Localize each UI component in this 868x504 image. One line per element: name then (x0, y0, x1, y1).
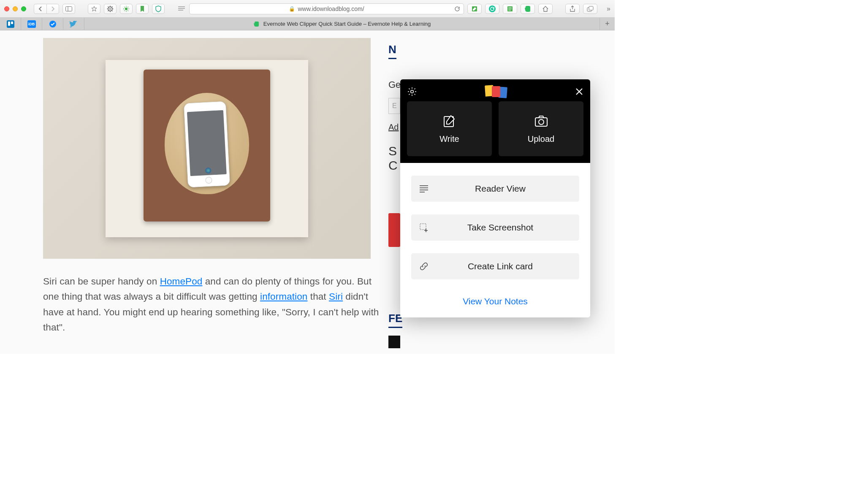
svg-line-20 (128, 7, 129, 8)
settings-gear-button[interactable] (104, 4, 117, 14)
brightness-icon[interactable] (120, 4, 133, 14)
clipper-popup: Write Upload Reader View Take Screenshot (400, 79, 590, 317)
page-content: Siri can be super handy on HomePod and c… (0, 30, 615, 354)
extension-notes-icon[interactable] (503, 4, 517, 14)
svg-point-12 (125, 7, 127, 10)
active-tab[interactable]: Evernote Web Clipper Quick Start Guide –… (84, 18, 599, 30)
reader-view-label: Reader View (446, 184, 572, 194)
featured-thumb[interactable] (388, 336, 400, 348)
clipper-header: Write Upload (400, 79, 590, 163)
reader-view-icon[interactable] (177, 4, 186, 14)
subscribe-button-partial[interactable] (388, 213, 400, 247)
clipper-close-button[interactable] (575, 87, 583, 96)
svg-line-9 (112, 10, 113, 11)
home-button[interactable] (538, 4, 553, 14)
newsletter-heading: N (388, 43, 396, 59)
address-bar[interactable]: 🔒 www.idownloadblog.com/ (189, 3, 464, 14)
article: Siri can be super handy on HomePod and c… (25, 30, 397, 354)
view-notes-link[interactable]: View Your Notes (411, 292, 579, 306)
url-text: www.idownloadblog.com/ (298, 5, 364, 12)
tab-title: Evernote Web Clipper Quick Start Guide –… (263, 21, 431, 27)
clipper-body: Reader View Take Screenshot Create Link … (400, 163, 590, 317)
clipper-screenshot-button[interactable]: Take Screenshot (411, 214, 579, 241)
upload-label: Upload (528, 134, 554, 144)
svg-rect-31 (589, 6, 593, 10)
close-window[interactable] (4, 6, 9, 11)
clipper-upload-button[interactable]: Upload (499, 101, 583, 156)
fav-idb-icon[interactable]: iDB (21, 18, 42, 30)
svg-rect-0 (66, 6, 72, 11)
svg-point-2 (108, 7, 112, 11)
show-tabs-button[interactable] (583, 4, 597, 14)
clipper-link-card-button[interactable]: Create Link card (411, 253, 579, 279)
svg-line-19 (124, 10, 125, 11)
fav-trello-icon[interactable] (0, 18, 21, 30)
new-tab-button[interactable]: + (599, 18, 615, 30)
window-controls (4, 6, 26, 11)
reader-lines-icon (419, 185, 429, 192)
favorites-strip: iDB (0, 18, 84, 30)
reload-button[interactable] (454, 6, 460, 12)
link-information[interactable]: information (260, 291, 307, 302)
screenshot-label: Take Screenshot (446, 222, 572, 233)
svg-point-3 (109, 8, 111, 10)
share-button[interactable] (565, 4, 580, 14)
bookmark-icon[interactable] (136, 4, 149, 14)
fav-check-icon[interactable] (42, 18, 63, 30)
fav-bird-icon[interactable] (63, 18, 84, 30)
extension-memo-icon[interactable] (467, 4, 482, 14)
link-card-label: Create Link card (446, 261, 572, 271)
top-sites-button[interactable] (88, 4, 100, 14)
zoom-window[interactable] (21, 6, 26, 11)
svg-point-25 (489, 5, 496, 12)
screenshot-icon (419, 223, 429, 232)
email-input[interactable]: E (388, 98, 400, 114)
extension-evernote-icon[interactable] (521, 4, 535, 14)
svg-rect-44 (420, 224, 426, 230)
svg-point-36 (411, 90, 414, 93)
overflow-button[interactable]: » (607, 5, 610, 13)
svg-line-10 (108, 10, 109, 11)
article-body: Siri can be super handy on HomePod and c… (43, 274, 379, 336)
svg-point-39 (539, 119, 544, 125)
sidebar-toggle-button[interactable] (62, 4, 75, 14)
link-icon (419, 262, 429, 271)
svg-rect-33 (8, 22, 10, 26)
minimize-window[interactable] (13, 6, 18, 11)
link-homepod[interactable]: HomePod (160, 276, 203, 287)
back-button[interactable] (34, 4, 46, 14)
forward-button[interactable] (46, 4, 59, 14)
svg-line-18 (128, 10, 129, 11)
browser-toolbar: 🔒 www.idownloadblog.com/ » (0, 0, 615, 18)
svg-line-8 (108, 6, 109, 7)
shield-icon[interactable] (152, 4, 165, 14)
svg-rect-34 (11, 22, 13, 24)
write-icon (442, 114, 457, 128)
clipper-write-button[interactable]: Write (407, 101, 492, 156)
write-label: Write (439, 134, 459, 144)
extension-grammarly-icon[interactable] (485, 4, 499, 14)
clipper-settings-button[interactable] (407, 87, 417, 97)
evernote-favicon (253, 21, 260, 27)
text: that (307, 291, 329, 302)
clipper-reader-view-button[interactable]: Reader View (411, 176, 579, 202)
svg-line-11 (112, 6, 113, 7)
tab-bar: iDB Evernote Web Clipper Quick Start Gui… (0, 18, 615, 30)
camera-icon (534, 114, 548, 128)
link-siri[interactable]: Siri (329, 291, 343, 302)
svg-rect-32 (7, 20, 14, 28)
text: Siri can be super handy on (43, 276, 160, 287)
clipper-logo-icon (483, 86, 509, 97)
svg-line-17 (124, 7, 125, 8)
lock-icon: 🔒 (289, 6, 295, 12)
article-hero-image (43, 38, 371, 259)
